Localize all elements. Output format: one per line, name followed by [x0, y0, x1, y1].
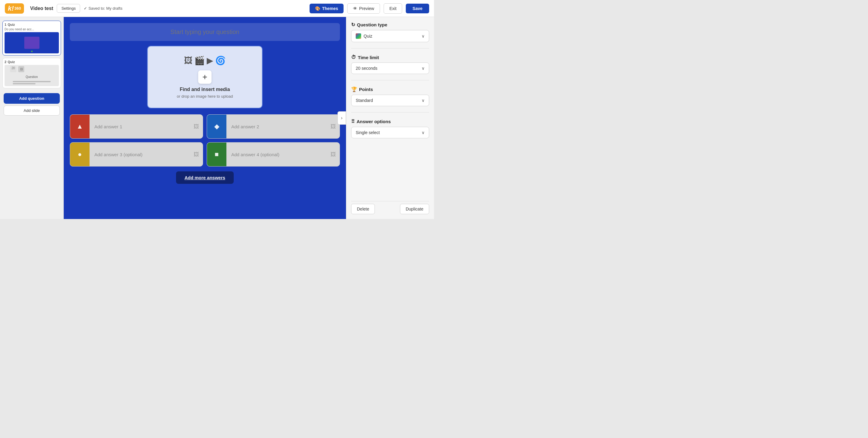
preview-button[interactable]: 👁 Preview: [347, 3, 380, 14]
slide-2-line-1: [13, 81, 51, 82]
clock-icon: ⏱: [351, 55, 356, 60]
refresh-icon: ↻: [351, 22, 355, 28]
divider-1: [351, 48, 429, 48]
logo-360-text: 360: [14, 6, 21, 11]
delete-button[interactable]: Delete: [351, 204, 375, 214]
answer-1-text[interactable]: Add answer 1: [90, 124, 190, 129]
eye-icon: 👁: [353, 6, 357, 11]
question-input[interactable]: [70, 23, 340, 41]
slide-1-preview: [5, 32, 59, 54]
right-panel: ↻ Question type Quiz ∨ ⏱ Time limit 20 s…: [346, 17, 434, 219]
divider-3: [351, 112, 429, 112]
slide-2-icon: 🖼: [18, 66, 24, 72]
answer-1-color: ▲: [70, 115, 90, 138]
slide-item-2[interactable]: 2 Quiz 20 🖼 Question: [2, 58, 61, 88]
slide-2-question-label: Question: [26, 75, 38, 78]
answer-2-image-icon[interactable]: 🖼: [327, 124, 340, 130]
slide-item-1[interactable]: 1 Quiz Do you need an acc...: [2, 21, 61, 56]
divider-2: [351, 80, 429, 80]
add-more-answers-button[interactable]: Add more answers: [176, 171, 234, 184]
answer-box-1[interactable]: ▲ Add answer 1 🖼: [70, 114, 203, 139]
media-icon-play: ▶: [207, 56, 213, 66]
media-icon-photo: 🖼: [184, 56, 192, 66]
media-upload-area[interactable]: 🖼 🎬 ▶ 🌀 + Find and insert media or drop …: [147, 46, 262, 108]
answer-options-section: ⠿ Answer options Single select ∨: [351, 119, 429, 138]
time-limit-section: ⏱ Time limit 20 seconds ∨: [351, 55, 429, 74]
slide-2-num-badge: 20: [10, 66, 17, 72]
exit-button[interactable]: Exit: [383, 3, 402, 14]
settings-button[interactable]: Settings: [57, 4, 80, 13]
points-chevron-icon: ∨: [422, 98, 425, 103]
time-limit-dropdown[interactable]: 20 seconds ∨: [351, 63, 429, 74]
points-dropdown[interactable]: Standard ∨: [351, 95, 429, 106]
question-type-title: ↻ Question type: [351, 22, 429, 28]
media-subtitle-text: or drop an image here to upload: [177, 94, 233, 99]
question-type-section: ↻ Question type Quiz ∨: [351, 22, 429, 42]
media-icons-group: 🖼 🎬 ▶ 🌀: [184, 56, 226, 66]
panel-spacer: [351, 143, 429, 196]
themes-icon: 🎨: [315, 6, 320, 11]
answer-2-color: ◆: [207, 115, 226, 138]
slide-1-label: 1 Quiz: [5, 23, 59, 26]
center-canvas: 🖼 🎬 ▶ 🌀 + Find and insert media or drop …: [64, 17, 346, 219]
slide-2-line-2: [13, 83, 35, 84]
duplicate-button[interactable]: Duplicate: [400, 204, 429, 214]
answer-options-chevron-icon: ∨: [422, 130, 425, 135]
answers-grid: ▲ Add answer 1 🖼 ◆ Add answer 2 🖼 ● Add …: [70, 114, 340, 167]
collapse-panel-button[interactable]: ›: [338, 111, 346, 125]
answer-box-2[interactable]: ◆ Add answer 2 🖼: [207, 114, 340, 139]
answer-3-image-icon[interactable]: 🖼: [190, 151, 203, 158]
slide-1-thumbnail: [24, 37, 39, 49]
sidebar-actions: Add question Add slide: [2, 91, 61, 118]
slide-2-lines: [13, 81, 51, 85]
trophy-icon: 🏆: [351, 87, 357, 92]
main-layout: 1 Quiz Do you need an acc... 2 Quiz 20 🖼: [0, 17, 434, 219]
dots-icon: ⠿: [351, 119, 355, 124]
logo-k-text: k!: [8, 5, 14, 12]
check-icon: ✓: [84, 6, 87, 11]
topbar-title: Video test: [30, 6, 53, 11]
quiz-color-dot: [356, 33, 361, 39]
answer-4-color: ■: [207, 142, 226, 166]
answer-box-4[interactable]: ■ Add answer 4 (optional) 🖼: [207, 142, 340, 167]
points-section: 🏆 Points Standard ∨: [351, 87, 429, 106]
answer-options-title: ⠿ Answer options: [351, 119, 429, 124]
media-plus-button[interactable]: +: [198, 70, 212, 84]
add-question-button[interactable]: Add question: [4, 93, 60, 104]
answer-options-dropdown[interactable]: Single select ∨: [351, 127, 429, 138]
chevron-right-icon: ›: [341, 115, 342, 121]
time-limit-title: ⏱ Time limit: [351, 55, 429, 60]
slide-1-dot: [31, 50, 32, 52]
question-type-dropdown-left: Quiz: [356, 33, 372, 39]
slide-2-top-row: 20 🖼: [10, 66, 54, 72]
add-slide-button[interactable]: Add slide: [4, 106, 60, 115]
media-icon-star: 🌀: [215, 56, 226, 66]
answer-3-text[interactable]: Add answer 3 (optional): [90, 152, 190, 157]
themes-button[interactable]: 🎨 Themes: [310, 4, 344, 13]
points-title: 🏆 Points: [351, 87, 429, 92]
slide-2-label: 2 Quiz: [5, 60, 59, 64]
slide-1-inner: [5, 32, 59, 54]
slide-1-preview-text: Do you need an acc...: [5, 28, 59, 31]
slide-2-preview: 20 🖼 Question: [5, 65, 59, 86]
answer-2-text[interactable]: Add answer 2: [226, 124, 327, 129]
topbar: k! 360 Video test Settings ✓ Saved to: M…: [0, 0, 434, 17]
logo[interactable]: k! 360: [5, 3, 24, 14]
chevron-down-icon: ∨: [422, 34, 425, 38]
answer-4-image-icon[interactable]: 🖼: [327, 151, 340, 158]
save-button[interactable]: Save: [406, 4, 429, 13]
left-sidebar: 1 Quiz Do you need an acc... 2 Quiz 20 🖼: [0, 17, 64, 219]
media-icon-video: 🎬: [194, 56, 205, 66]
answer-1-image-icon[interactable]: 🖼: [190, 124, 203, 130]
answer-box-3[interactable]: ● Add answer 3 (optional) 🖼: [70, 142, 203, 167]
bottom-actions: Delete Duplicate: [351, 201, 429, 214]
time-limit-chevron-icon: ∨: [422, 66, 425, 71]
answer-3-color: ●: [70, 142, 90, 166]
answer-4-text[interactable]: Add answer 4 (optional): [226, 152, 327, 157]
media-title-text: Find and insert media: [180, 87, 230, 92]
saved-status: ✓ Saved to: My drafts: [84, 6, 122, 11]
question-type-dropdown[interactable]: Quiz ∨: [351, 30, 429, 42]
